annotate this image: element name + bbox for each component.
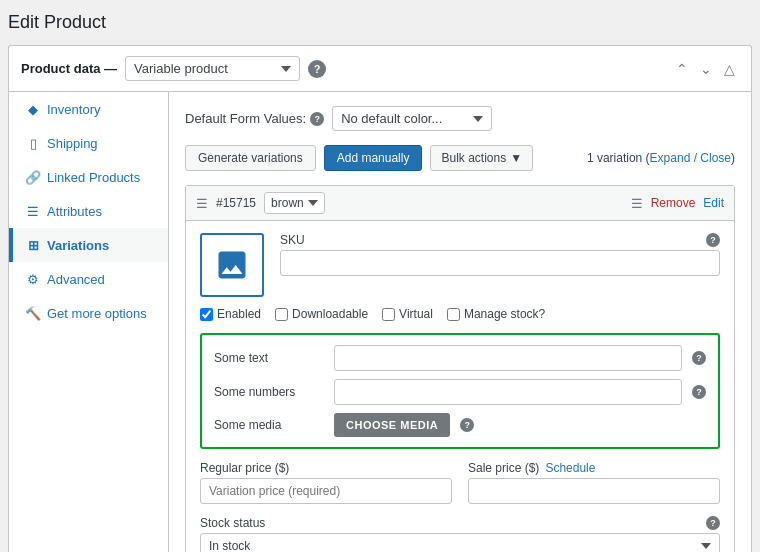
variation-handle-icon[interactable]: ☰ bbox=[196, 196, 208, 211]
custom-fields-box: Some text ? Some numbers ? bbox=[200, 333, 720, 449]
price-row: Regular price ($) Sale price ($) Schedul… bbox=[200, 461, 720, 504]
some-media-label: Some media bbox=[214, 418, 324, 432]
stock-status-select[interactable]: In stock Out of stock On backorder bbox=[200, 533, 720, 552]
bulk-actions-button[interactable]: Bulk actions ▼ bbox=[430, 145, 533, 171]
regular-price-input[interactable] bbox=[200, 478, 452, 504]
sale-price-section: Sale price ($) Schedule bbox=[468, 461, 720, 504]
stock-status-section: Stock status ? In stock Out of stock On … bbox=[200, 516, 720, 552]
sale-price-label: Sale price ($) Schedule bbox=[468, 461, 720, 475]
virtual-checkbox-label[interactable]: Virtual bbox=[382, 307, 433, 321]
variation-remove-link[interactable]: Remove bbox=[651, 196, 696, 210]
variation-actions: ☰ Remove Edit bbox=[631, 196, 724, 211]
sidebar-item-get-more-options[interactable]: 🔨 Get more options bbox=[9, 296, 168, 330]
sku-label: SKU ? bbox=[280, 233, 720, 247]
enabled-checkbox[interactable] bbox=[200, 308, 213, 321]
variation-color-select[interactable]: brown red blue green bbox=[264, 192, 325, 214]
sidebar-item-shipping-label: Shipping bbox=[47, 136, 98, 151]
page-wrapper: Edit Product Product data — Variable pro… bbox=[0, 0, 760, 552]
sidebar-item-get-more-options-label: Get more options bbox=[47, 306, 147, 321]
some-text-input[interactable] bbox=[334, 345, 682, 371]
default-form-row: Default Form Values: ? No default color.… bbox=[185, 106, 735, 131]
header-arrows: ⌃ ⌄ △ bbox=[672, 59, 739, 79]
custom-field-some-text: Some text ? bbox=[214, 345, 706, 371]
stock-status-help-icon[interactable]: ? bbox=[706, 516, 720, 530]
sidebar-item-advanced[interactable]: ⚙ Advanced bbox=[9, 262, 168, 296]
link-icon: 🔗 bbox=[25, 169, 41, 185]
variation-id: #15715 bbox=[216, 196, 256, 210]
grid-icon: ⊞ bbox=[25, 237, 41, 253]
product-data-label: Product data — bbox=[21, 61, 117, 76]
variation-body: SKU ? Enabled bbox=[186, 221, 734, 552]
collapse-up-button[interactable]: ⌃ bbox=[672, 59, 692, 79]
sale-price-input[interactable] bbox=[468, 478, 720, 504]
product-data-body: ◆ Inventory ▯ Shipping 🔗 Linked Products… bbox=[9, 92, 751, 552]
default-form-values-select[interactable]: No default color... bbox=[332, 106, 492, 131]
some-media-help-icon[interactable]: ? bbox=[460, 418, 474, 432]
schedule-link[interactable]: Schedule bbox=[545, 461, 595, 475]
image-icon bbox=[214, 247, 250, 283]
bulk-actions-chevron-icon: ▼ bbox=[510, 151, 522, 165]
variation-lines-icon: ☰ bbox=[631, 196, 643, 211]
some-text-help-icon[interactable]: ? bbox=[692, 351, 706, 365]
sidebar-item-inventory[interactable]: ◆ Inventory bbox=[9, 92, 168, 126]
variation-header: ☰ #15715 brown red blue green ☰ Remove E… bbox=[186, 186, 734, 221]
sidebar: ◆ Inventory ▯ Shipping 🔗 Linked Products… bbox=[9, 92, 169, 552]
checkboxes-row: Enabled Downloadable Virtual bbox=[200, 307, 720, 321]
downloadable-checkbox-label[interactable]: Downloadable bbox=[275, 307, 368, 321]
dfv-help-icon[interactable]: ? bbox=[310, 112, 324, 126]
generate-variations-button[interactable]: Generate variations bbox=[185, 145, 316, 171]
collapse-down-button[interactable]: ⌄ bbox=[696, 59, 716, 79]
wrench-icon: 🔨 bbox=[25, 305, 41, 321]
some-numbers-label: Some numbers bbox=[214, 385, 324, 399]
default-form-values-label: Default Form Values: ? bbox=[185, 111, 324, 126]
expand-close-link[interactable]: Expand / Close bbox=[650, 151, 731, 165]
main-content: Default Form Values: ? No default color.… bbox=[169, 92, 751, 552]
enabled-checkbox-label[interactable]: Enabled bbox=[200, 307, 261, 321]
sidebar-item-linked-products-label: Linked Products bbox=[47, 170, 140, 185]
virtual-checkbox[interactable] bbox=[382, 308, 395, 321]
sku-input[interactable] bbox=[280, 250, 720, 276]
sku-section: SKU ? bbox=[280, 233, 720, 297]
product-type-help-icon[interactable]: ? bbox=[308, 60, 326, 78]
sidebar-item-variations[interactable]: ⊞ Variations bbox=[9, 228, 168, 262]
some-text-label: Some text bbox=[214, 351, 324, 365]
custom-field-some-media: Some media CHOOSE MEDIA ? bbox=[214, 413, 706, 437]
toggle-button[interactable]: △ bbox=[720, 59, 739, 79]
some-numbers-help-icon[interactable]: ? bbox=[692, 385, 706, 399]
list-icon: ☰ bbox=[25, 203, 41, 219]
gear-icon: ⚙ bbox=[25, 271, 41, 287]
product-type-select: Variable product Simple product Grouped … bbox=[125, 56, 300, 81]
product-data-header: Product data — Variable product Simple p… bbox=[9, 46, 751, 92]
manage-stock-checkbox[interactable] bbox=[447, 308, 460, 321]
button-row: Generate variations Add manually Bulk ac… bbox=[185, 145, 735, 171]
diamond-icon: ◆ bbox=[25, 101, 41, 117]
sidebar-item-shipping[interactable]: ▯ Shipping bbox=[9, 126, 168, 160]
downloadable-checkbox[interactable] bbox=[275, 308, 288, 321]
sidebar-item-variations-label: Variations bbox=[47, 238, 109, 253]
variation-edit-link[interactable]: Edit bbox=[703, 196, 724, 210]
page-title: Edit Product bbox=[8, 8, 752, 37]
add-manually-button[interactable]: Add manually bbox=[324, 145, 423, 171]
custom-field-some-numbers: Some numbers ? bbox=[214, 379, 706, 405]
stock-status-label: Stock status ? bbox=[200, 516, 720, 530]
manage-stock-checkbox-label[interactable]: Manage stock? bbox=[447, 307, 545, 321]
sidebar-item-linked-products[interactable]: 🔗 Linked Products bbox=[9, 160, 168, 194]
variation-image-placeholder[interactable] bbox=[200, 233, 264, 297]
some-numbers-input[interactable] bbox=[334, 379, 682, 405]
sidebar-item-inventory-label: Inventory bbox=[47, 102, 100, 117]
sidebar-item-attributes[interactable]: ☰ Attributes bbox=[9, 194, 168, 228]
regular-price-label: Regular price ($) bbox=[200, 461, 452, 475]
variation-count: 1 variation (Expand / Close) bbox=[587, 151, 735, 165]
product-type-dropdown[interactable]: Variable product Simple product Grouped … bbox=[125, 56, 300, 81]
sidebar-item-attributes-label: Attributes bbox=[47, 204, 102, 219]
sku-help-icon[interactable]: ? bbox=[706, 233, 720, 247]
variation-row: ☰ #15715 brown red blue green ☰ Remove E… bbox=[185, 185, 735, 552]
product-data-box: Product data — Variable product Simple p… bbox=[8, 45, 752, 552]
sidebar-item-advanced-label: Advanced bbox=[47, 272, 105, 287]
choose-media-button[interactable]: CHOOSE MEDIA bbox=[334, 413, 450, 437]
truck-icon: ▯ bbox=[25, 135, 41, 151]
regular-price-section: Regular price ($) bbox=[200, 461, 452, 504]
variation-top: SKU ? bbox=[200, 233, 720, 297]
